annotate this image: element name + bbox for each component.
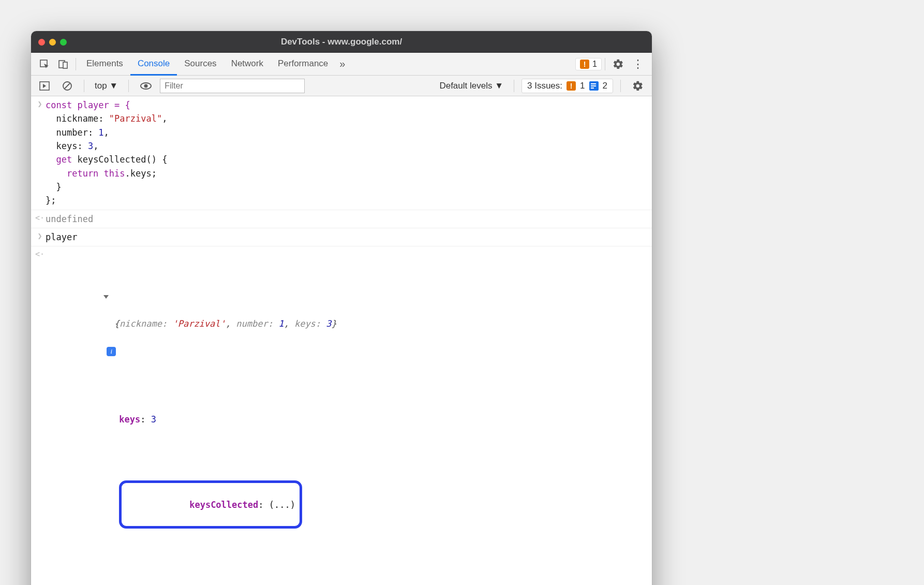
device-toolbar-icon[interactable]	[54, 56, 72, 72]
property-keyscollected[interactable]: keysCollected: (...)	[46, 467, 647, 543]
more-tabs-icon[interactable]: »	[335, 55, 349, 73]
object-summary-line[interactable]: {nickname: 'Parzival', number: 1, keys: …	[46, 276, 647, 371]
filter-input[interactable]	[160, 79, 305, 93]
warning-icon: !	[580, 60, 589, 69]
separator	[128, 80, 129, 92]
issues-info-count: 2	[603, 81, 607, 91]
console-input-row: ❯ player	[31, 228, 652, 246]
tab-sources[interactable]: Sources	[177, 53, 223, 76]
titlebar: DevTools - www.google.com/	[31, 31, 652, 53]
input-chevron-icon: ❯	[34, 230, 46, 241]
zoom-window-button[interactable]	[60, 39, 67, 46]
inspect-element-icon[interactable]	[35, 56, 54, 72]
tab-elements[interactable]: Elements	[79, 53, 130, 76]
issues-badge[interactable]: 3 Issues: ! 1 2	[521, 79, 613, 93]
console-output-row: <· undefined	[31, 210, 652, 228]
warning-icon: !	[567, 81, 576, 91]
code-block[interactable]: const player = { nickname: "Parzival", n…	[46, 98, 647, 208]
expand-arrow-icon[interactable]	[103, 295, 109, 299]
info-badge-icon[interactable]: i	[107, 347, 116, 356]
code-input[interactable]: player	[46, 230, 647, 244]
svg-rect-2	[63, 62, 67, 68]
undefined-result: undefined	[46, 212, 647, 226]
object-output: {nickname: 'Parzival', number: 1, keys: …	[46, 248, 647, 585]
info-icon	[589, 81, 599, 91]
separator	[620, 80, 621, 92]
devtools-window: DevTools - www.google.com/ Elements Cons…	[31, 31, 652, 585]
svg-point-7	[144, 84, 148, 87]
console-settings-icon[interactable]	[628, 77, 648, 95]
clear-console-icon[interactable]	[58, 78, 77, 94]
live-expression-icon[interactable]	[136, 79, 156, 93]
minimize-window-button[interactable]	[49, 39, 56, 46]
console-output-row: <· {nickname: 'Parzival', number: 1, key…	[31, 246, 652, 585]
console-toolbar: top ▼ Default levels ▼ 3 Issues: ! 1 2	[31, 76, 652, 96]
tab-performance[interactable]: Performance	[271, 53, 335, 76]
context-selector[interactable]: top ▼	[92, 79, 121, 93]
output-chevron-icon: <·	[34, 212, 46, 223]
warning-count: 1	[592, 60, 597, 69]
input-chevron-icon: ❯	[34, 98, 46, 109]
toggle-sidebar-icon[interactable]	[35, 78, 54, 94]
separator	[84, 80, 84, 92]
traffic-lights	[38, 39, 67, 46]
tab-network[interactable]: Network	[224, 53, 271, 76]
window-title: DevTools - www.google.com/	[31, 37, 652, 47]
console-body: ❯ const player = { nickname: "Parzival",…	[31, 96, 652, 585]
property-keys[interactable]: keys: 3	[46, 399, 647, 440]
kebab-menu-icon[interactable]: ⋮	[628, 54, 648, 74]
tab-console[interactable]: Console	[130, 53, 177, 76]
console-input-row: ❯ const player = { nickname: "Parzival",…	[31, 96, 652, 210]
highlight-annotation: keysCollected: (...)	[119, 480, 302, 529]
separator	[605, 58, 605, 70]
settings-icon[interactable]	[608, 55, 628, 73]
property-nickname[interactable]: nickname: "Parzival"	[46, 569, 647, 585]
separator	[76, 58, 76, 70]
output-chevron-icon: <·	[34, 248, 46, 259]
issues-label: 3 Issues:	[527, 81, 562, 91]
close-window-button[interactable]	[38, 39, 45, 46]
separator	[514, 80, 514, 92]
svg-line-5	[65, 83, 70, 89]
main-tabbar: Elements Console Sources Network Perform…	[31, 53, 652, 76]
log-levels-selector[interactable]: Default levels ▼	[436, 79, 506, 93]
warnings-badge[interactable]: ! 1	[575, 58, 602, 70]
issues-warn-count: 1	[580, 81, 585, 91]
